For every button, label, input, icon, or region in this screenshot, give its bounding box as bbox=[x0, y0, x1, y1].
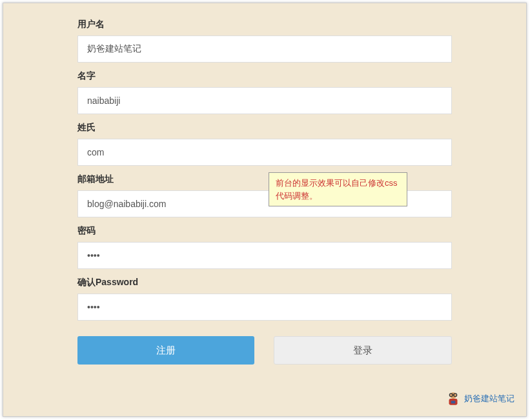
label-confirm-password: 确认Password bbox=[77, 277, 452, 288]
watermark: 奶爸建站笔记 bbox=[445, 390, 515, 407]
register-button[interactable]: 注册 bbox=[77, 336, 254, 365]
login-button[interactable]: 登录 bbox=[274, 336, 452, 365]
field-confirm-password: 确认Password bbox=[77, 277, 452, 321]
svg-rect-5 bbox=[451, 401, 456, 403]
label-lastname: 姓氏 bbox=[77, 122, 452, 134]
field-firstname: 名字 bbox=[77, 70, 452, 114]
input-password[interactable] bbox=[77, 242, 452, 269]
tooltip-note: 前台的显示效果可以自己修改css代码调整。 bbox=[269, 172, 407, 206]
input-username[interactable] bbox=[77, 35, 452, 63]
field-username: 用户名 bbox=[77, 19, 452, 63]
input-firstname[interactable] bbox=[77, 87, 452, 114]
label-firstname: 名字 bbox=[77, 70, 452, 82]
input-confirm-password[interactable] bbox=[77, 294, 452, 321]
input-lastname[interactable] bbox=[77, 139, 452, 166]
watermark-text: 奶爸建站笔记 bbox=[464, 393, 515, 405]
form-panel: 用户名 名字 姓氏 邮箱地址 密码 确认Password 注册 登录 前台的 bbox=[3, 3, 527, 417]
button-row: 注册 登录 bbox=[77, 336, 452, 365]
field-password: 密码 bbox=[77, 225, 452, 269]
label-password: 密码 bbox=[77, 225, 452, 237]
field-lastname: 姓氏 bbox=[77, 122, 452, 166]
label-username: 用户名 bbox=[77, 19, 452, 30]
avatar-icon bbox=[445, 390, 462, 407]
